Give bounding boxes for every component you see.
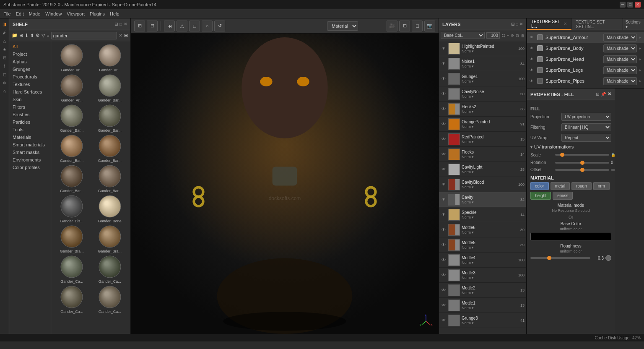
cat-materials[interactable]: Materials — [9, 133, 51, 141]
ts-item-body[interactable]: 👁 SuperDrone_Body Main shader ▸ — [527, 43, 644, 54]
layer-item[interactable]: 👁CavityNoiseNorm ▾50 — [439, 86, 526, 102]
vp-tool-uv[interactable]: ○ — [202, 21, 213, 31]
shelf-item[interactable]: Gander_Ca... — [54, 255, 90, 284]
layer-item[interactable]: 👁Mottle1Norm ▾13 — [439, 298, 526, 313]
ts-tab1-close[interactable]: ✕ — [564, 21, 567, 26]
ts-shader-armour[interactable]: Main shader — [603, 34, 637, 42]
shelf-item[interactable]: Gander_Ca... — [92, 255, 128, 284]
left-icon-geometry[interactable]: ◇ — [1, 87, 8, 95]
properties-close-button[interactable]: ✕ — [608, 91, 611, 97]
cat-tools[interactable]: Tools — [9, 126, 51, 133]
shelf-grid-view-icon[interactable]: ⊞ — [124, 33, 128, 38]
layer-eye-icon[interactable]: 👁 — [441, 182, 447, 188]
layer-eye-icon[interactable]: 👁 — [441, 136, 447, 142]
vp-tool-wireframe[interactable]: △ — [177, 21, 187, 31]
cat-environments[interactable]: Environments — [9, 156, 51, 164]
layer-eye-icon[interactable]: 👁 — [441, 91, 447, 97]
layers-dock-icon[interactable]: ⊟ — [511, 22, 514, 26]
ts-eye-legs[interactable]: 👁 — [530, 68, 535, 72]
layers-float-icon[interactable]: □ — [516, 22, 518, 26]
cat-smart-materials[interactable]: Smart materials — [9, 141, 51, 148]
shelf-item[interactable]: Gander_Bis... — [54, 195, 90, 223]
layer-eye-icon[interactable]: 👁 — [441, 197, 447, 203]
uv-wrap-select[interactable]: Repeat — [561, 134, 611, 142]
projection-select[interactable]: UV projection — [561, 113, 611, 121]
layers-close-icon[interactable]: ✕ — [519, 22, 523, 26]
shelf-item[interactable]: Gander_Bar... — [92, 104, 128, 133]
layer-item[interactable]: 👁Grunge3Norm ▾41 — [439, 313, 526, 328]
layer-item[interactable]: 👁Mottle6Norm ▾39 — [439, 222, 526, 237]
texture-set-list-tab[interactable]: TEXTURE SET L... ✕ — [527, 18, 571, 30]
menu-edit[interactable]: Edit — [16, 11, 24, 16]
ts-expand-head[interactable]: ▸ — [639, 57, 641, 61]
shelf-close-button[interactable]: ✕ — [124, 22, 127, 26]
shelf-item[interactable]: Gander_Bar... — [92, 74, 128, 102]
mat-btn-height[interactable]: height — [530, 192, 551, 200]
ts-expand-pipes[interactable]: ▸ — [639, 79, 641, 83]
cat-particles[interactable]: Particles — [9, 118, 51, 126]
cat-grunges[interactable]: Grunges — [9, 65, 51, 73]
cat-smart-masks[interactable]: Smart masks — [9, 148, 51, 156]
layer-eye-icon[interactable]: 👁 — [441, 272, 447, 278]
layer-item[interactable]: 👁Flecks2Norm ▾36 — [439, 102, 526, 117]
mat-btn-metal[interactable]: metal — [551, 182, 570, 190]
shelf-item[interactable]: Gander_Ar... — [54, 74, 90, 102]
vp-tool-quad[interactable]: ⊟ — [147, 21, 158, 31]
layer-eye-icon[interactable]: 👁 — [441, 227, 447, 233]
mat-btn-color[interactable]: color — [530, 182, 549, 190]
texture-set-settings-tab[interactable]: TEXTURE SET SETTIN... — [571, 18, 623, 30]
layers-settings-icon[interactable]: ⚙ — [511, 34, 514, 38]
shelf-item[interactable]: Gander_Bra... — [92, 225, 128, 253]
viewport[interactable]: ⊞ ⊟ ⏮ △ □ ○ ↺ Material 🎥 ⊡ ◻ 📷 — [131, 18, 439, 334]
ts-item-pipes[interactable]: 👁 SuperDrone_Pipes Main shader ▸ — [527, 76, 644, 86]
ts-settings-dropdown[interactable]: Settings ▾ — [623, 18, 644, 30]
layer-eye-icon[interactable]: 👁 — [441, 151, 447, 157]
ts-eye-body[interactable]: 👁 — [530, 46, 535, 50]
layer-eye-icon[interactable]: 👁 — [441, 61, 447, 67]
vp-tool-grid[interactable]: ⊞ — [134, 21, 145, 31]
offset-slider[interactable] — [555, 169, 609, 171]
layer-item[interactable]: 👁HighlightsPaintedNorm ▾100 — [439, 41, 526, 56]
shelf-item[interactable]: Gander_Bar... — [54, 134, 90, 163]
vp-tool-prev[interactable]: ⏮ — [164, 21, 175, 31]
menu-help[interactable]: Help — [110, 11, 119, 16]
vp-tool-env[interactable]: ↺ — [214, 21, 225, 31]
shelf-settings-icon[interactable]: ⚙ — [36, 33, 40, 38]
left-icon-material[interactable]: ◈ — [1, 45, 8, 53]
ts-eye-pipes[interactable]: 👁 — [530, 79, 535, 83]
layers-add-icon[interactable]: + — [507, 34, 509, 38]
shelf-new-icon[interactable]: ⊞ — [19, 33, 23, 38]
shelf-import-icon[interactable]: ⬇ — [25, 33, 29, 38]
layer-item[interactable]: 👁RedPaintedNorm ▾15 — [439, 132, 526, 147]
layer-item[interactable]: 👁CavityNorm ▾32 — [439, 192, 526, 207]
offset-slider-y[interactable] — [611, 169, 615, 171]
layers-group-icon[interactable]: ⊡ — [516, 34, 519, 38]
ts-shader-legs[interactable]: Main shader — [603, 66, 637, 74]
ts-eye-head[interactable]: 👁 — [530, 57, 535, 61]
shelf-export-icon[interactable]: ⬆ — [30, 33, 34, 38]
layer-eye-icon[interactable]: 👁 — [441, 46, 447, 52]
uv-transforms-toggle[interactable]: ▾ — [530, 145, 532, 149]
ts-item-legs[interactable]: 👁 SuperDrone_Legs Main shader ▸ — [527, 65, 644, 76]
layer-eye-icon[interactable]: 👁 — [441, 302, 447, 308]
mat-btn-nrm[interactable]: nrm — [593, 182, 610, 190]
menu-window[interactable]: Window — [45, 11, 62, 16]
left-icon-eraser[interactable]: ◻ — [1, 70, 8, 78]
layer-item[interactable]: 👁Mottle3Norm ▾100 — [439, 268, 526, 283]
shelf-filter-icon[interactable]: ▽ — [42, 33, 45, 38]
mat-btn-rough[interactable]: rough — [571, 182, 592, 190]
menu-mode[interactable]: Mode — [29, 11, 41, 16]
shelf-item[interactable]: Gander_Bar... — [54, 104, 90, 133]
layer-item[interactable]: 👁CavityBloodNorm ▾100 — [439, 177, 526, 192]
cat-procedurals[interactable]: Procedurals — [9, 73, 51, 81]
shelf-item[interactable]: Gander_Bone — [92, 195, 128, 223]
layers-delete-icon[interactable]: 🗑 — [521, 34, 525, 38]
shelf-item[interactable]: Gander_Bra... — [54, 225, 90, 253]
ts-item-head[interactable]: 👁 SuperDrone_Head Main shader ▸ — [527, 54, 644, 65]
cat-hard-surfaces[interactable]: Hard Surfaces — [9, 88, 51, 96]
lock-icon[interactable]: 🔒 — [611, 152, 615, 158]
scale-slider[interactable] — [555, 154, 609, 156]
shelf-item[interactable]: Gander_Ar... — [54, 44, 90, 72]
shelf-search-icon[interactable]: ○ — [47, 33, 49, 38]
shelf-item[interactable]: Gander_Ar... — [92, 44, 128, 72]
